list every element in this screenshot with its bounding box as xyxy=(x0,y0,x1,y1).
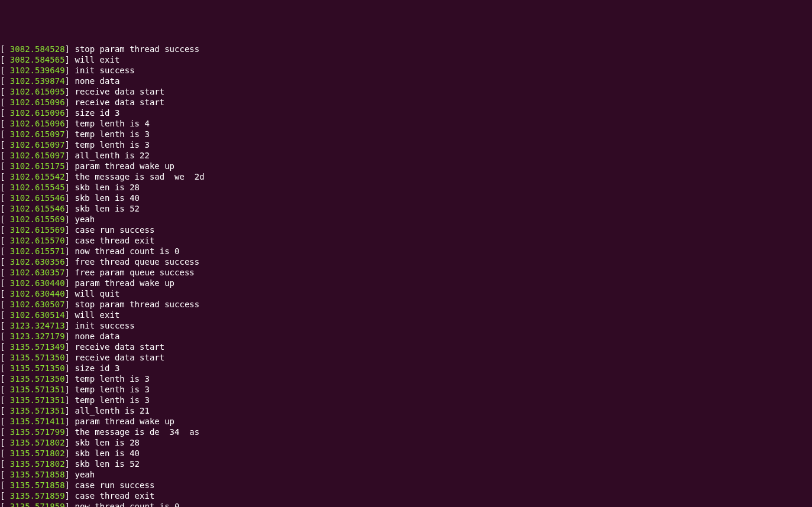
bracket-close: ] xyxy=(65,161,70,171)
log-message: case run success xyxy=(70,225,154,235)
log-timestamp: 3102.630440 xyxy=(5,278,64,288)
log-line: [ 3102.615097] all_lenth is 22 xyxy=(0,150,812,161)
log-message: all_lenth is 21 xyxy=(70,406,150,415)
bracket-close: ] xyxy=(65,300,70,309)
log-message: case run success xyxy=(70,480,154,490)
log-message: temp lenth is 3 xyxy=(70,374,150,384)
log-timestamp: 3102.630440 xyxy=(5,289,64,298)
log-message: temp lenth is 3 xyxy=(70,140,150,150)
log-line: [ 3102.615571] now thread count is 0 xyxy=(0,246,812,256)
bracket-close: ] xyxy=(65,353,70,362)
bracket-close: ] xyxy=(65,427,70,437)
bracket-close: ] xyxy=(65,363,70,373)
log-line: [ 3135.571351] temp lenth is 3 xyxy=(0,395,812,405)
bracket-close: ] xyxy=(65,204,70,213)
log-line: [ 3135.571411] param thread wake up xyxy=(0,416,812,427)
log-timestamp: 3135.571859 xyxy=(5,491,64,500)
log-message: temp lenth is 3 xyxy=(70,395,150,405)
log-line: [ 3102.615097] temp lenth is 3 xyxy=(0,139,812,150)
log-line: [ 3102.630514] will exit xyxy=(0,310,812,320)
bracket-close: ] xyxy=(65,236,70,245)
bracket-close: ] xyxy=(65,55,70,64)
log-line: [ 3135.571858] case run success xyxy=(0,480,812,490)
log-timestamp: 3102.615569 xyxy=(5,214,64,224)
bracket-close: ] xyxy=(65,87,70,96)
log-message: the message is sad we 2d xyxy=(70,172,205,181)
log-message: skb len is 40 xyxy=(70,193,140,203)
log-timestamp: 3102.630514 xyxy=(5,310,64,320)
log-line: [ 3102.630440] will quit xyxy=(0,288,812,299)
log-line: [ 3102.615097] temp lenth is 3 xyxy=(0,129,812,139)
bracket-close: ] xyxy=(65,66,70,75)
log-line: [ 3135.571799] the message is de 34 as xyxy=(0,427,812,437)
bracket-close: ] xyxy=(65,246,70,256)
bracket-close: ] xyxy=(65,491,70,500)
log-message: size id 3 xyxy=(70,363,119,373)
bracket-close: ] xyxy=(65,129,70,139)
log-message: all_lenth is 22 xyxy=(70,151,150,160)
log-timestamp: 3102.615097 xyxy=(5,140,64,150)
log-message: skb len is 40 xyxy=(70,448,140,458)
log-timestamp: 3135.571350 xyxy=(5,374,64,384)
log-timestamp: 3082.584565 xyxy=(5,55,64,64)
bracket-close: ] xyxy=(65,193,70,203)
bracket-close: ] xyxy=(65,140,70,150)
bracket-close: ] xyxy=(65,470,70,479)
log-message: receive data start xyxy=(70,342,164,352)
log-timestamp: 3102.615095 xyxy=(5,87,64,96)
log-line: [ 3135.571858] yeah xyxy=(0,469,812,480)
log-timestamp: 3135.571351 xyxy=(5,385,64,394)
terminal-output[interactable]: [ 3082.584528] stop param thread success… xyxy=(0,44,812,507)
log-line: [ 3123.324713] init success xyxy=(0,320,812,331)
bracket-close: ] xyxy=(65,310,70,320)
log-timestamp: 3102.630507 xyxy=(5,300,64,309)
log-line: [ 3123.327179] none data xyxy=(0,331,812,342)
log-timestamp: 3102.539649 xyxy=(5,66,64,75)
log-line: [ 3102.630357] free param queue success xyxy=(0,267,812,278)
log-line: [ 3102.615175] param thread wake up xyxy=(0,161,812,171)
log-line: [ 3082.584565] will exit xyxy=(0,54,812,65)
log-message: now thread count is 0 xyxy=(70,246,179,256)
log-timestamp: 3102.615096 xyxy=(5,119,64,128)
bracket-close: ] xyxy=(65,321,70,330)
log-line: [ 3135.571350] receive data start xyxy=(0,352,812,363)
log-message: free param queue success xyxy=(70,268,195,277)
bracket-close: ] xyxy=(65,76,70,86)
log-message: stop param thread success xyxy=(70,44,199,54)
log-message: size id 3 xyxy=(70,108,119,118)
log-line: [ 3102.615569] yeah xyxy=(0,214,812,225)
log-message: will exit xyxy=(70,310,119,320)
log-message: will quit xyxy=(70,289,119,298)
bracket-close: ] xyxy=(65,278,70,288)
bracket-close: ] xyxy=(65,44,70,54)
log-timestamp: 3135.571858 xyxy=(5,470,64,479)
bracket-close: ] xyxy=(65,385,70,394)
log-line: [ 3135.571859] case thread exit xyxy=(0,490,812,501)
log-timestamp: 3102.615096 xyxy=(5,98,64,107)
bracket-close: ] xyxy=(65,268,70,277)
log-line: [ 3135.571351] all_lenth is 21 xyxy=(0,405,812,416)
log-timestamp: 3135.571411 xyxy=(5,417,64,426)
log-message: param thread wake up xyxy=(70,417,174,426)
log-line: [ 3102.615096] size id 3 xyxy=(0,108,812,118)
log-message: yeah xyxy=(70,470,95,479)
log-timestamp: 3102.615097 xyxy=(5,151,64,160)
log-timestamp: 3135.571351 xyxy=(5,406,64,415)
log-line: [ 3102.615546] skb len is 52 xyxy=(0,203,812,214)
log-timestamp: 3102.615570 xyxy=(5,236,64,245)
bracket-close: ] xyxy=(65,214,70,224)
log-line: [ 3135.571802] skb len is 52 xyxy=(0,459,812,469)
log-timestamp: 3102.615545 xyxy=(5,183,64,192)
log-line: [ 3135.571802] skb len is 28 xyxy=(0,437,812,448)
bracket-close: ] xyxy=(65,502,70,507)
log-line: [ 3102.615545] skb len is 28 xyxy=(0,182,812,193)
log-timestamp: 3102.630357 xyxy=(5,268,64,277)
log-timestamp: 3135.571802 xyxy=(5,459,64,469)
log-message: none data xyxy=(70,76,119,86)
bracket-close: ] xyxy=(65,406,70,415)
log-timestamp: 3135.571350 xyxy=(5,353,64,362)
log-timestamp: 3135.571351 xyxy=(5,395,64,405)
log-timestamp: 3135.571350 xyxy=(5,363,64,373)
log-line: [ 3135.571349] receive data start xyxy=(0,342,812,352)
bracket-close: ] xyxy=(65,459,70,469)
